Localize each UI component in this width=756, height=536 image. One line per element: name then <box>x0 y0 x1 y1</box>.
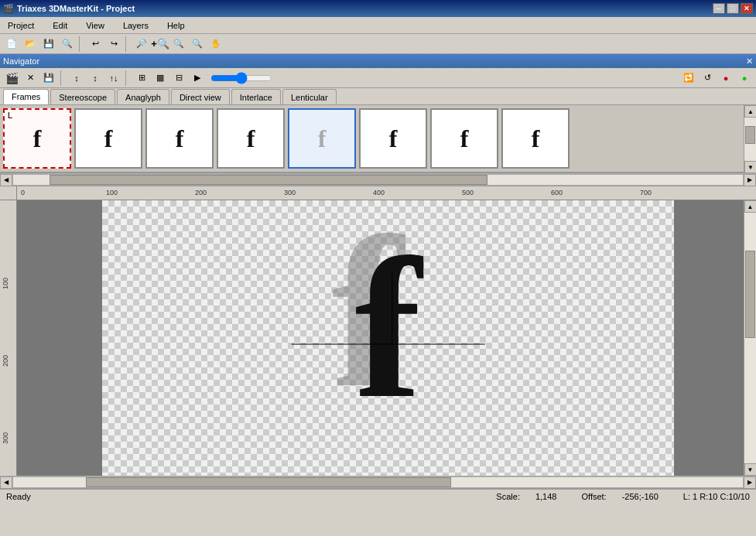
nav-btn-save[interactable]: 💾 <box>40 70 57 87</box>
open-button[interactable]: 📂 <box>22 36 39 53</box>
maximize-button[interactable]: □ <box>727 3 739 14</box>
navigator-toolbar: 🎬 ✕ 💾 ↕ ↕ ↑↓ ⊞ ▦ ⊟ ▶ 🔁 ↺ ● ● <box>0 68 756 88</box>
minimize-button[interactable]: ─ <box>713 3 725 14</box>
nav-scroll-up[interactable]: ▲ <box>744 105 756 118</box>
tab-directview[interactable]: Direct view <box>171 89 230 104</box>
fb-logo-main: f <box>354 227 422 428</box>
menu-edit[interactable]: Edit <box>48 19 72 32</box>
frame-6[interactable]: f <box>359 108 427 169</box>
nav-dot2[interactable]: ● <box>736 70 753 87</box>
ruler-v: 100 200 300 <box>0 200 17 476</box>
new-button[interactable]: 📄 <box>3 36 20 53</box>
title-bar-left: 🎬 Triaxes 3DMasterKit - Project <box>3 4 135 14</box>
frame-2-letter: f <box>104 125 113 153</box>
frame-4[interactable]: f <box>217 108 285 169</box>
nav-btn-move[interactable]: ⊟ <box>170 70 187 87</box>
nav-btn-play[interactable]: ▶ <box>189 70 206 87</box>
hscroll-right[interactable]: ▶ <box>744 174 756 186</box>
frame-1-label: L <box>8 111 12 120</box>
nav-scroll-thumb <box>745 126 755 143</box>
nav-scroll-down[interactable]: ▼ <box>744 161 756 173</box>
nav-sep-1 <box>60 70 65 86</box>
hscroll-track[interactable] <box>12 174 744 186</box>
navigator-close-button[interactable]: ✕ <box>746 56 753 67</box>
toolbar-sep-2 <box>125 36 130 52</box>
frames-container: L f f f f f f f f <box>0 105 756 173</box>
left-gutter <box>17 200 102 476</box>
menu-view[interactable]: View <box>81 19 109 32</box>
ruler-label-300: 300 <box>284 189 296 196</box>
properties-button[interactable]: 🔍 <box>59 36 76 53</box>
bscroll-thumb <box>86 477 451 487</box>
tab-anaglyph[interactable]: Anaglyph <box>117 89 169 104</box>
ruler-label-400: 400 <box>373 189 385 196</box>
frame-2[interactable]: f <box>74 108 142 169</box>
vscrollbar: ▲ ▼ <box>744 200 756 476</box>
nav-hscrollbar: ◀ ▶ <box>0 173 756 186</box>
pan-button[interactable]: ✋ <box>207 36 224 53</box>
nav-btn-sort2[interactable]: ↕ <box>87 70 104 87</box>
nav-btn-select[interactable]: ▦ <box>152 70 169 87</box>
ruler-v-label-200: 200 <box>2 355 9 367</box>
toolbar-sep-1 <box>79 36 84 52</box>
bscroll-right[interactable]: ▶ <box>744 476 756 489</box>
vscroll-track[interactable] <box>744 213 756 463</box>
frame-1[interactable]: L f <box>3 108 71 169</box>
zoom-in-button[interactable]: +🔍 <box>152 36 169 53</box>
frame-4-letter: f <box>247 125 255 153</box>
nav-btn-grid[interactable]: ⊞ <box>133 70 150 87</box>
nav-btn-1[interactable]: 🎬 <box>3 70 20 87</box>
nav-dot1[interactable]: ● <box>717 70 734 87</box>
frame-8-letter: f <box>532 125 540 153</box>
nav-slider[interactable] <box>210 72 272 84</box>
vscroll-up[interactable]: ▲ <box>744 200 757 213</box>
zoom-select-button[interactable]: 🔍 <box>189 36 206 53</box>
frame-8[interactable]: f <box>501 108 570 169</box>
canvas-content: f f <box>354 227 422 428</box>
menu-project[interactable]: Project <box>3 19 39 32</box>
bscroll-left[interactable]: ◀ <box>0 476 12 489</box>
nav-btn-close[interactable]: ✕ <box>22 70 39 87</box>
ruler-h-row: 0 100 200 300 400 500 600 700 <box>0 186 756 200</box>
right-gutter <box>674 200 744 476</box>
save-button[interactable]: 💾 <box>40 36 57 53</box>
tab-lenticular[interactable]: Lenticular <box>282 89 337 104</box>
menu-help[interactable]: Help <box>162 19 190 32</box>
zoom-fit-button[interactable]: 🔎 <box>133 36 150 53</box>
ruler-v-label-300: 300 <box>2 432 9 444</box>
hscroll-left[interactable]: ◀ <box>0 174 12 186</box>
ruler-label-500: 500 <box>462 189 474 196</box>
frame-3[interactable]: f <box>145 108 214 169</box>
status-bar: Ready Scale: 1,148 Offset: -256;-160 L: … <box>0 488 756 504</box>
redo-button[interactable]: ↪ <box>105 36 122 53</box>
tab-bar: Frames Stereoscope Anaglyph Direct view … <box>0 88 756 105</box>
ruler-label-600: 600 <box>551 189 563 196</box>
nav-loop-btn[interactable]: 🔁 <box>680 70 697 87</box>
zoom-out-button[interactable]: 🔍 <box>170 36 187 53</box>
menu-layers[interactable]: Layers <box>118 19 153 32</box>
frame-5-letter: f <box>318 125 327 153</box>
frame-5[interactable]: f <box>288 108 356 169</box>
vscroll-down[interactable]: ▼ <box>744 463 757 476</box>
canvas-main[interactable]: f f <box>102 200 674 476</box>
frame-7-letter: f <box>460 125 469 153</box>
vscroll-thumb <box>745 251 755 338</box>
nav-scroll-track[interactable] <box>744 118 756 161</box>
undo-button[interactable]: ↩ <box>87 36 104 53</box>
canvas-row: 100 200 300 f f <box>0 200 756 476</box>
nav-btn-sort3[interactable]: ↑↓ <box>105 70 122 87</box>
crosshair-v <box>392 273 392 343</box>
tab-interlace[interactable]: Interlace <box>231 89 281 104</box>
status-offset-label: Offset: <box>581 492 606 501</box>
tab-frames[interactable]: Frames <box>3 89 49 104</box>
ruler-corner <box>0 186 17 200</box>
bscroll-track[interactable] <box>12 476 744 488</box>
window-title: Triaxes 3DMasterKit - Project <box>17 4 135 13</box>
close-button[interactable]: ✕ <box>741 3 753 14</box>
tab-stereoscope[interactable]: Stereoscope <box>50 89 115 104</box>
nav-btn-sort[interactable]: ↕ <box>68 70 85 87</box>
nav-loop2-btn[interactable]: ↺ <box>699 70 716 87</box>
ruler-h: 0 100 200 300 400 500 600 700 <box>17 186 756 200</box>
frame-7[interactable]: f <box>430 108 498 169</box>
navigator-title: Navigator <box>3 56 39 66</box>
